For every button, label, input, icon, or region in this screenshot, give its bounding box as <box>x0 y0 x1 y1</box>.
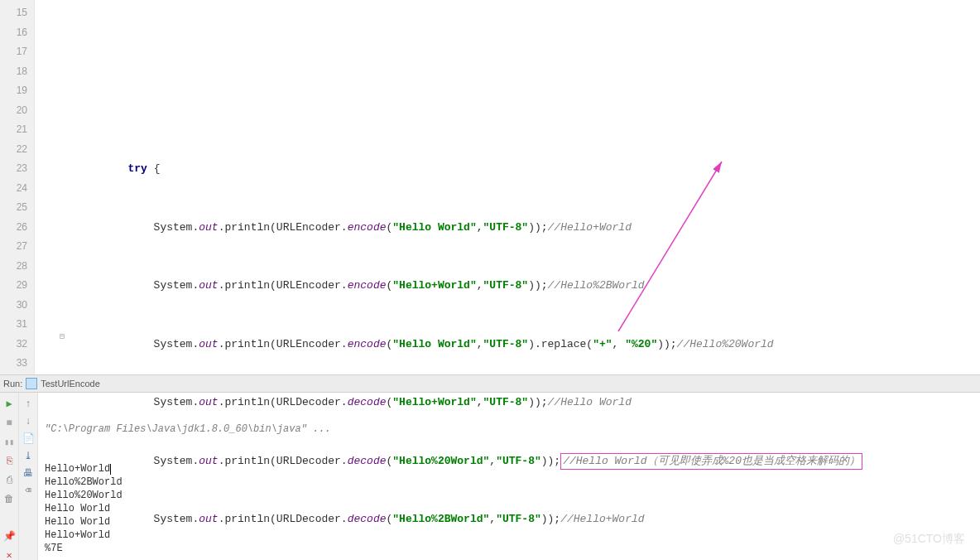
close-button[interactable]: ✕ <box>3 549 16 560</box>
console-line: Hello%20World <box>45 489 973 502</box>
dump-button[interactable]: ⎙ <box>3 474 16 486</box>
soft-wrap-button[interactable]: 📄 <box>22 432 35 445</box>
line-number: 25 <box>0 198 27 218</box>
console-line: Hello World <box>45 515 973 529</box>
line-number: 16 <box>0 23 27 43</box>
code-line-20: System.out.println(URLEncoder.encode("He… <box>76 335 980 355</box>
line-number: 22 <box>0 140 27 160</box>
line-number: 18 <box>0 62 27 82</box>
line-number: 20 <box>0 101 27 121</box>
line-gutter: 15161718192021222324252627282930313233 <box>0 0 35 374</box>
pause-button[interactable]: ▮▮ <box>3 436 16 448</box>
line-number: 19 <box>0 81 27 101</box>
up-button[interactable]: ↑ <box>22 398 35 410</box>
code-line-17: try { <box>76 159 980 179</box>
console-line: Hello+World <box>45 462 973 476</box>
line-number: 17 <box>0 42 27 62</box>
stop-button[interactable]: ■ <box>3 417 16 429</box>
run-toolbar-primary: ▶ ■ ▮▮ ⎘ ⎙ 🗑 📌 ✕ <box>0 393 19 560</box>
line-number: 27 <box>0 237 27 257</box>
clear-button[interactable]: ⌫ <box>22 485 35 497</box>
code-line-19: System.out.println(URLEncoder.encode("He… <box>76 276 980 296</box>
line-number: 15 <box>0 3 27 23</box>
line-number: 23 <box>0 159 27 179</box>
scroll-end-button[interactable]: ⤓ <box>22 450 35 462</box>
console-line: _ <box>45 555 973 560</box>
down-button[interactable]: ↓ <box>22 415 35 427</box>
line-number: 33 <box>0 354 27 374</box>
line-number: 24 <box>0 179 27 199</box>
trash-button[interactable]: 🗑 <box>3 493 16 505</box>
gutter-markers: ⊟ <box>35 0 76 374</box>
line-number: 21 <box>0 120 27 140</box>
collapse-icon[interactable]: ⊟ <box>60 331 65 341</box>
line-number: 28 <box>0 257 27 277</box>
code-area[interactable]: try { System.out.println(URLEncoder.enco… <box>76 0 980 374</box>
line-number: 30 <box>0 296 27 316</box>
console-line: Hello+World <box>45 529 973 542</box>
run-label: Run: <box>3 379 22 389</box>
svg-line-0 <box>618 162 722 331</box>
console-line: Hello World <box>45 502 973 515</box>
print-button[interactable]: 🖶 <box>22 467 35 480</box>
console-command: "C:\Program Files\Java\jdk1.8.0_60\bin\j… <box>45 422 973 436</box>
run-config-icon <box>26 378 37 389</box>
console-output[interactable]: "C:\Program Files\Java\jdk1.8.0_60\bin\j… <box>38 393 980 560</box>
watermark: @51CTO博客 <box>893 532 965 545</box>
console-line: %7E <box>45 542 973 555</box>
code-editor[interactable]: 15161718192021222324252627282930313233 ⊟… <box>0 0 980 375</box>
exit-button[interactable]: ⎘ <box>3 455 16 467</box>
run-toolbar-secondary: ↑ ↓ 📄 ⤓ 🖶 ⌫ <box>19 393 38 560</box>
line-number: 31 <box>0 315 27 335</box>
line-number: 29 <box>0 276 27 296</box>
pin-button[interactable]: 📌 <box>3 530 16 543</box>
code-line-18: System.out.println(URLEncoder.encode("He… <box>76 218 980 238</box>
line-number: 26 <box>0 218 27 238</box>
rerun-button[interactable]: ▶ <box>3 398 16 410</box>
console-line: Hello%2BWorld <box>45 476 973 489</box>
line-number: 32 <box>0 335 27 355</box>
run-panel: ▶ ■ ▮▮ ⎘ ⎙ 🗑 📌 ✕ ↑ ↓ 📄 ⤓ 🖶 ⌫ "C:\Program… <box>0 393 980 560</box>
